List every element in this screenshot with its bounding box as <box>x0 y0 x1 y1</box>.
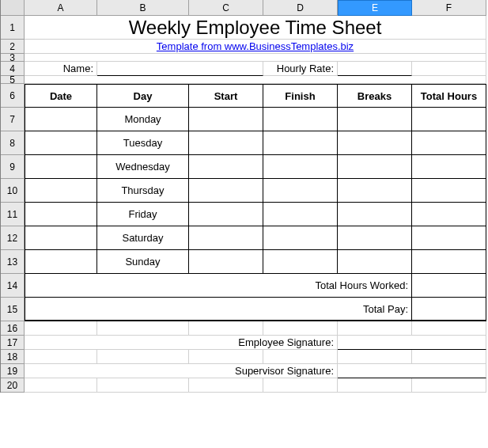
day-1-breaks[interactable] <box>338 131 412 155</box>
day-6-total[interactable] <box>412 250 486 274</box>
day-6-day[interactable]: Sunday <box>97 250 189 274</box>
name-field[interactable] <box>97 62 263 76</box>
row-header-14[interactable]: 14 <box>1 274 25 298</box>
day-3-date[interactable] <box>25 179 97 203</box>
cell-r16-c0[interactable] <box>25 321 97 336</box>
row-header-7[interactable]: 7 <box>1 108 25 131</box>
day-3-start[interactable] <box>189 179 263 203</box>
day-1-total[interactable] <box>412 131 486 155</box>
day-0-finish[interactable] <box>263 108 338 131</box>
cell-r16-c1[interactable] <box>97 321 189 336</box>
cell-r18-c3[interactable] <box>263 350 338 364</box>
day-0-breaks[interactable] <box>338 108 412 131</box>
day-4-breaks[interactable] <box>338 203 412 226</box>
row-header-1[interactable]: 1 <box>1 16 25 40</box>
day-2-day[interactable]: Wednesday <box>97 155 189 179</box>
day-2-finish[interactable] <box>263 155 338 179</box>
cell-r20-c4[interactable] <box>338 378 412 393</box>
hourly-rate-label[interactable]: Hourly Rate: <box>263 62 338 76</box>
day-5-total[interactable] <box>412 226 486 250</box>
row-header-9[interactable]: 9 <box>1 155 25 179</box>
cell-r20-c5[interactable] <box>412 378 486 393</box>
name-label[interactable]: Name: <box>25 62 97 76</box>
day-4-date[interactable] <box>25 203 97 226</box>
corner[interactable] <box>1 0 25 16</box>
row-header-19[interactable]: 19 <box>1 364 25 378</box>
day-2-total[interactable] <box>412 155 486 179</box>
day-2-start[interactable] <box>189 155 263 179</box>
col-header-A[interactable]: A <box>25 0 97 16</box>
row-header-5[interactable]: 5 <box>1 76 25 84</box>
day-4-finish[interactable] <box>263 203 338 226</box>
row-header-11[interactable]: 11 <box>1 203 25 226</box>
cell-r18-c4[interactable] <box>338 350 412 364</box>
day-4-start[interactable] <box>189 203 263 226</box>
cell-r20-c1[interactable] <box>97 378 189 393</box>
col-header-B[interactable]: B <box>97 0 189 16</box>
day-5-date[interactable] <box>25 226 97 250</box>
day-0-start[interactable] <box>189 108 263 131</box>
col-header-D[interactable]: D <box>263 0 338 16</box>
total-pay-field[interactable] <box>412 298 486 321</box>
day-0-date[interactable] <box>25 108 97 131</box>
day-6-breaks[interactable] <box>338 250 412 274</box>
total-hours-worked-field[interactable] <box>412 274 486 298</box>
total-hours-worked-label[interactable]: Total Hours Worked: <box>25 274 412 298</box>
cell-r16-c2[interactable] <box>189 321 263 336</box>
day-5-finish[interactable] <box>263 226 338 250</box>
day-5-start[interactable] <box>189 226 263 250</box>
row-header-18[interactable]: 18 <box>1 350 25 364</box>
cell-r18-c0[interactable] <box>25 350 97 364</box>
header-day[interactable]: Day <box>97 84 189 108</box>
day-1-date[interactable] <box>25 131 97 155</box>
day-2-date[interactable] <box>25 155 97 179</box>
cell-r18-c1[interactable] <box>97 350 189 364</box>
cell-A3[interactable] <box>25 54 486 62</box>
row-header-16[interactable]: 16 <box>1 321 25 336</box>
row-header-20[interactable]: 20 <box>1 378 25 393</box>
day-3-day[interactable]: Thursday <box>97 179 189 203</box>
cell-r18-c2[interactable] <box>189 350 263 364</box>
day-3-total[interactable] <box>412 179 486 203</box>
header-date[interactable]: Date <box>25 84 97 108</box>
cell-r16-c3[interactable] <box>263 321 338 336</box>
row-header-8[interactable]: 8 <box>1 131 25 155</box>
day-6-finish[interactable] <box>263 250 338 274</box>
day-5-day[interactable]: Saturday <box>97 226 189 250</box>
row-header-15[interactable]: 15 <box>1 298 25 321</box>
header-start[interactable]: Start <box>189 84 263 108</box>
day-6-date[interactable] <box>25 250 97 274</box>
cell-r20-c3[interactable] <box>263 378 338 393</box>
day-4-total[interactable] <box>412 203 486 226</box>
col-header-E[interactable]: E <box>338 0 412 16</box>
row-header-12[interactable]: 12 <box>1 226 25 250</box>
day-5-breaks[interactable] <box>338 226 412 250</box>
col-header-F[interactable]: F <box>412 0 486 16</box>
cell-r18-c5[interactable] <box>412 350 486 364</box>
day-1-day[interactable]: Tuesday <box>97 131 189 155</box>
hourly-rate-field[interactable] <box>338 62 412 76</box>
day-4-day[interactable]: Friday <box>97 203 189 226</box>
header-totalHours[interactable]: Total Hours <box>412 84 486 108</box>
row-header-17[interactable]: 17 <box>1 336 25 350</box>
day-6-start[interactable] <box>189 250 263 274</box>
sup-sig-label[interactable]: Supervisor Signature: <box>25 364 338 378</box>
row-header-6[interactable]: 6 <box>1 84 25 108</box>
day-3-breaks[interactable] <box>338 179 412 203</box>
cell-r20-c0[interactable] <box>25 378 97 393</box>
template-link[interactable]: Template from www.BusinessTemplates.biz <box>25 40 486 54</box>
cell-A5[interactable] <box>25 76 486 84</box>
row-header-3[interactable]: 3 <box>1 54 25 62</box>
emp-sig-field[interactable] <box>338 336 486 350</box>
header-finish[interactable]: Finish <box>263 84 338 108</box>
col-header-C[interactable]: C <box>189 0 263 16</box>
sup-sig-field[interactable] <box>338 364 486 378</box>
cell-F4[interactable] <box>412 62 486 76</box>
day-0-day[interactable]: Monday <box>97 108 189 131</box>
day-0-total[interactable] <box>412 108 486 131</box>
day-2-breaks[interactable] <box>338 155 412 179</box>
cell-r20-c2[interactable] <box>189 378 263 393</box>
total-pay-label[interactable]: Total Pay: <box>25 298 412 321</box>
cell-r16-c4[interactable] <box>338 321 412 336</box>
row-header-13[interactable]: 13 <box>1 250 25 274</box>
